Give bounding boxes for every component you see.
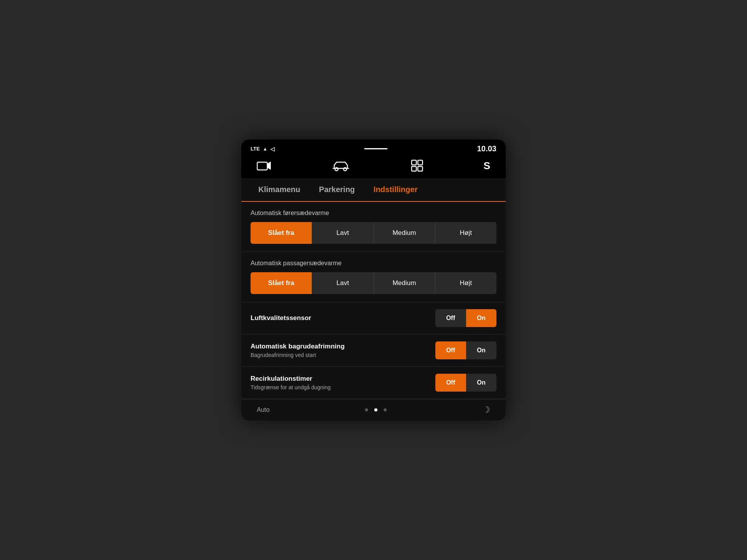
bagrudeafrimning-off-btn[interactable]: Off bbox=[435, 341, 466, 359]
recirkulationstimer-subtitle: Tidsgrænse for at undgå dugning bbox=[251, 384, 435, 390]
recirkulationstimer-off-btn[interactable]: Off bbox=[435, 374, 466, 392]
luftkvalitetssensor-title: Luftkvalitetssensor bbox=[251, 314, 435, 322]
clock: 10.03 bbox=[477, 144, 496, 153]
tab-indstillinger[interactable]: Indstillinger bbox=[364, 178, 427, 201]
passenger-seat-hoejt[interactable]: Højt bbox=[435, 272, 496, 294]
luftkvalitetssensor-info: Luftkvalitetssensor bbox=[251, 314, 435, 322]
recirkulationstimer-row: Recirkulationstimer Tidsgrænse for at un… bbox=[241, 367, 506, 399]
bagrudeafrimning-title: Automatisk bagrudeafrimning bbox=[251, 343, 435, 350]
bottom-moon-icon[interactable]: ☽ bbox=[482, 405, 490, 415]
car-icon[interactable] bbox=[331, 160, 351, 172]
svg-rect-6 bbox=[418, 160, 423, 165]
svg-point-4 bbox=[344, 168, 347, 171]
driver-seat-hoejt[interactable]: Højt bbox=[435, 222, 496, 244]
svg-rect-5 bbox=[412, 160, 416, 165]
passenger-seat-heat-section: Automatisk passagersædevarme Slået fra L… bbox=[241, 252, 506, 302]
luftkvalitetssensor-toggle: Off On bbox=[435, 309, 496, 327]
status-left: LTE ▲ ◁ bbox=[251, 146, 275, 152]
bottom-bar: Auto ☽ bbox=[241, 399, 506, 420]
grid-icon[interactable] bbox=[411, 159, 423, 172]
recirkulationstimer-info: Recirkulationstimer Tidsgrænse for at un… bbox=[251, 375, 435, 390]
notch-bar bbox=[364, 148, 388, 149]
driver-seat-off[interactable]: Slået fra bbox=[251, 222, 312, 244]
driver-seat-lavt[interactable]: Lavt bbox=[312, 222, 374, 244]
screen: LTE ▲ ◁ 10.03 bbox=[241, 140, 506, 420]
recirkulationstimer-on-btn[interactable]: On bbox=[466, 374, 496, 392]
camera-icon[interactable] bbox=[257, 160, 271, 171]
svg-rect-8 bbox=[418, 166, 423, 171]
recirkulationstimer-title: Recirkulationstimer bbox=[251, 375, 435, 383]
passenger-seat-heat-label: Automatisk passagersædevarme bbox=[251, 260, 496, 267]
bagrudeafrimning-on-btn[interactable]: On bbox=[466, 341, 496, 359]
recirkulationstimer-toggle: Off On bbox=[435, 374, 496, 392]
nav-bar: S bbox=[241, 156, 506, 178]
lte-label: LTE bbox=[251, 146, 260, 152]
bagrudeafrimning-row: Automatisk bagrudeafrimning Bagrudeafrim… bbox=[241, 334, 506, 367]
passenger-seat-heat-toggle-row: Slået fra Lavt Medium Højt bbox=[251, 272, 496, 294]
tab-bar: Klimamenu Parkering Indstillinger bbox=[241, 178, 506, 202]
tab-parkering[interactable]: Parkering bbox=[310, 178, 364, 201]
luftkvalitetssensor-row: Luftkvalitetssensor Off On bbox=[241, 302, 506, 334]
bottom-dot-2 bbox=[374, 408, 377, 411]
svg-point-3 bbox=[335, 168, 338, 171]
bottom-dot-3 bbox=[384, 408, 387, 411]
svg-rect-7 bbox=[412, 166, 416, 171]
luftkvalitetssensor-off-btn[interactable]: Off bbox=[435, 309, 466, 327]
passenger-seat-lavt[interactable]: Lavt bbox=[312, 272, 374, 294]
status-bar: LTE ▲ ◁ 10.03 bbox=[241, 140, 506, 156]
bagrudeafrimning-info: Automatisk bagrudeafrimning Bagrudeafrim… bbox=[251, 343, 435, 358]
passenger-seat-off[interactable]: Slået fra bbox=[251, 272, 312, 294]
signal-icon: ▲ bbox=[263, 146, 268, 152]
location-icon: ◁ bbox=[270, 146, 275, 152]
bagrudeafrimning-toggle: Off On bbox=[435, 341, 496, 359]
bottom-dot-1 bbox=[365, 408, 368, 411]
driver-seat-medium[interactable]: Medium bbox=[374, 222, 435, 244]
main-content: Automatisk førersædevarme Slået fra Lavt… bbox=[241, 202, 506, 399]
tab-klimamenu[interactable]: Klimamenu bbox=[249, 178, 310, 201]
passenger-seat-medium[interactable]: Medium bbox=[374, 272, 435, 294]
luftkvalitetssensor-on-btn[interactable]: On bbox=[466, 309, 496, 327]
bagrudeafrimning-subtitle: Bagrudeafrimning ved start bbox=[251, 352, 435, 358]
driver-seat-heat-section: Automatisk førersædevarme Slået fra Lavt… bbox=[241, 202, 506, 252]
driver-seat-heat-label: Automatisk førersædevarme bbox=[251, 210, 496, 217]
svg-rect-0 bbox=[257, 162, 267, 170]
bottom-dots bbox=[365, 408, 387, 411]
driver-seat-heat-toggle-row: Slået fra Lavt Medium Højt bbox=[251, 222, 496, 244]
s-label[interactable]: S bbox=[484, 160, 490, 172]
bottom-auto-label: Auto bbox=[257, 406, 270, 413]
